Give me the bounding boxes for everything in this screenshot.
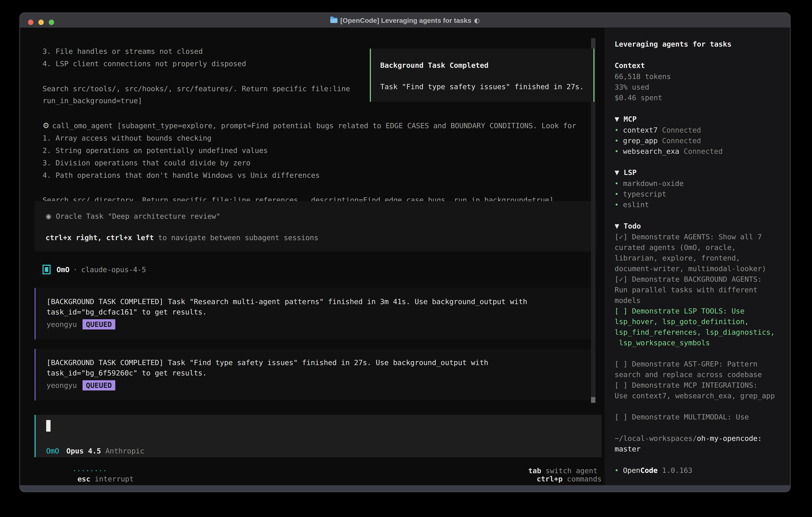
main-scrollbar-segment [591,38,596,49]
tab-key-label: switch agent [541,467,598,475]
status-dot-icon: • [615,147,618,155]
agent-model: claude-opus-4-5 [81,266,146,274]
git-branch: master [615,444,641,454]
todo-list: [✓] Demonstrate AGENTS: Show all 7 curat… [615,232,786,422]
todo-line: document-writer, multimodal-looker) [615,263,786,274]
task-user: yeongyu [47,320,77,328]
todo-line: curated agents (OmO, oracle, [615,242,786,253]
todo-line: [ ] Demonstrate MULTIMODAL: Use [615,412,786,422]
terminal-line: 4. LSP client connections not properly d… [42,57,246,70]
task-user: yeongyu [47,381,77,389]
window-title-text: [OpenCode] Leveraging agents for tasks [340,17,471,24]
input-model-name: Opus 4.5 [66,447,101,455]
todo-line: librarian, explore, frontend, [615,253,786,263]
context-used: 33% used [615,82,649,92]
todo-line: lsp_hover, lsp_goto_definition, [615,316,786,327]
task-message-meta: yeongyu QUEUED [47,319,115,329]
status-dot-icon: • [615,180,618,188]
mcp-item: •websearch_exaConnected [615,146,723,157]
agent-session-header: OmO · claude-opus-4-5 [42,263,146,276]
mcp-item: •grep_appConnected [615,135,701,146]
status-badge: QUEUED [83,319,115,329]
background-task-toast: Background Task Completed Task "Find typ… [370,49,594,102]
background-task-message: [BACKGROUND TASK COMPLETED] Task "Find t… [35,349,596,401]
mcp-item: •context7Connected [615,125,701,135]
lsp-item: •markdown-oxide [615,178,684,189]
lsp-section-header[interactable]: ▼ LSP [615,167,637,178]
input-provider-name: Anthropic [105,447,144,455]
record-icon: ◉ [46,212,52,220]
todo-line: search and replace across codebase [615,369,786,380]
todo-line: lsp_find_references, lsp_diagnostics, [615,327,786,337]
tool-call-line: ⚙ call_omo_agent [subagent_type=explore,… [42,119,576,132]
todo-line: Use context7, websearch_exa, grep_app [615,390,786,401]
task-message-line: [BACKGROUND TASK COMPLETED] Task "Find t… [47,357,488,368]
esc-key-label: interrupt [90,475,134,483]
background-task-message: [BACKGROUND TASK COMPLETED] Task "Resear… [35,288,596,339]
todo-line: [ ] Demonstrate LSP TOOLS: Use [615,306,786,316]
terminal-window: [OpenCode] Leveraging agents for tasks ◐… [19,12,791,492]
todo-line: [✓] Demonstrate BACKGROUND AGENTS: [615,274,786,284]
gear-icon: ⚙ [42,121,49,130]
esc-key-hint: esc [77,475,90,483]
status-dot-icon: • [615,466,618,474]
agent-square-icon [42,265,51,274]
oracle-task-title: ◉ Oracle Task "Deep architecture review" [46,211,221,221]
todo-line: Run parallel tasks with different [615,284,786,295]
todo-line: [✓] Demonstrate AGENTS: Show all 7 [615,232,786,242]
todo-gap [615,348,786,359]
status-badge: QUEUED [83,380,115,390]
context-tokens: 66,518 tokens [615,71,671,82]
terminal-line: 3. Division operations that could divide… [42,157,250,169]
task-message-line: [BACKGROUND TASK COMPLETED] Task "Resear… [47,296,527,307]
toast-body: Task "Find type safety issues" finished … [380,82,584,91]
toast-title: Background Task Completed [380,60,489,70]
task-message-meta: yeongyu QUEUED [47,380,115,390]
terminal-line: 1. Array access without bounds checking [42,132,211,144]
chevron-down-icon: ▼ [615,169,619,176]
prompt-input[interactable]: OmO Opus 4.5 Anthropic [35,415,602,457]
status-bar: ········ esc interrupt tab switch agent … [35,469,602,481]
activity-dots: ········ [72,467,107,475]
todo-line: models [615,295,786,306]
tab-key-hint: tab [528,467,541,475]
terminal-line: run_in_background=true] [42,94,142,107]
terminal-line: 4. Path operations that don't handle Win… [42,169,320,181]
context-spent: $0.46 spent [615,92,662,103]
main-scrollbar-thumb[interactable] [591,397,596,403]
todo-gap [615,401,786,412]
terminal-line: Search src/tools/, src/hooks/, src/featu… [42,82,350,95]
window-bottom-edge [20,485,790,492]
oracle-task-hint: ctrl+x right, ctrl+x left to navigate be… [46,232,318,243]
terminal-line: 3. File handles or streams not closed [42,45,203,57]
status-dot-icon: • [615,201,618,209]
text-cursor [46,420,51,432]
todo-line: lsp_workspace_symbols [615,337,786,348]
input-meta: OmO Opus 4.5 Anthropic [46,446,144,456]
lsp-item: •eslint [615,199,649,210]
task-message-line: task_id="bg_6f59260c" to get results. [47,368,207,378]
oracle-task-panel: ◉ Oracle Task "Deep architecture review"… [35,201,596,251]
todo-section-header[interactable]: ▼ Todo [615,221,641,231]
window-titlebar[interactable]: [OpenCode] Leveraging agents for tasks ◐ [20,13,790,28]
input-agent-name: OmO [46,447,59,455]
half-circle-icon: ◐ [474,17,480,24]
status-dot-icon: • [615,137,618,145]
desktop: [OpenCode] Leveraging agents for tasks ◐… [0,0,812,517]
folder-icon [330,18,338,23]
mcp-section-header[interactable]: ▼ MCP [615,114,637,124]
ctrlp-key-hint: ctrl+p [537,475,563,483]
task-message-line: task_id="bg_dcfac161" to get results. [47,307,207,317]
window-title: [OpenCode] Leveraging agents for tasks ◐ [20,13,790,28]
terminal-line: 2. String operations on potentially unde… [42,144,268,157]
session-sidebar: Leveraging agents for tasks Context 66,5… [605,28,791,485]
workspace-path: ~/local-workspaces/oh-my-opencode: [615,433,762,444]
hint-keys: ctrl+x right, ctrl+x left [46,234,154,242]
todo-line: [ ] Demonstrate AST-GREP: Pattern [615,359,786,369]
lsp-item: •typescript [615,189,666,199]
status-dot-icon: • [615,126,618,134]
ctrlp-key-label: commands [563,475,602,483]
tool-call-text: call_omo_agent [subagent_type=explore, p… [52,121,576,130]
agent-name: OmO [57,266,69,274]
version-line: •OpenCode1.0.163 [615,465,692,475]
